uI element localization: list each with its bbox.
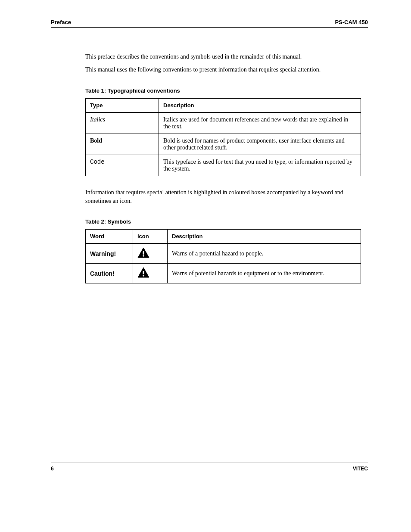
table1-r0-desc: Italics are used for document references…	[159, 112, 361, 134]
header-left: Preface	[51, 19, 71, 25]
table1-caption: Table 1: Typographical conventions	[85, 87, 359, 94]
svg-point-3	[143, 275, 144, 277]
typographical-conventions-table: Type Description Italics Italics are use…	[85, 98, 361, 176]
intro-paragraph-2: This manual uses the following conventio…	[85, 65, 359, 74]
table1-r2-desc: This typeface is used for text that you …	[159, 155, 361, 176]
table2-r0-desc: Warns of a potential hazard to people.	[168, 243, 361, 264]
footer-company: VITEC	[353, 466, 368, 472]
table-header-row: Type Description	[86, 98, 361, 112]
table2-header-icon: Icon	[133, 230, 168, 244]
intro-paragraph-3: Information that requires special attent…	[85, 188, 359, 206]
table-row: Code This typeface is used for text that…	[86, 155, 361, 176]
table2-r0-icon-cell	[133, 243, 168, 264]
svg-point-1	[143, 255, 144, 257]
italics-label: Italics	[90, 116, 105, 123]
table-row: Warning! Warns of a potential hazard to …	[86, 243, 361, 264]
table2-caption: Table 2: Symbols	[85, 218, 359, 225]
table2-header-description: Description	[168, 230, 361, 244]
code-label: Code	[90, 159, 105, 165]
table1-r2-type: Code	[86, 155, 159, 176]
table2-r1-desc: Warns of potential hazards to equipment …	[168, 264, 361, 283]
svg-rect-0	[143, 251, 144, 255]
warning-icon	[137, 247, 149, 260]
header-right: PS-CAM 450	[335, 19, 368, 25]
footer-page-number: 6	[51, 466, 54, 472]
page-footer: 6 VITEC	[51, 463, 368, 472]
table1-r1-desc: Bold is used for names of product compon…	[159, 134, 361, 155]
page-header: Preface PS-CAM 450	[51, 19, 368, 28]
warning-icon	[137, 267, 149, 280]
table1-header-description: Description	[159, 98, 361, 112]
symbols-table: Word Icon Description Warning! Wa	[85, 229, 361, 283]
table2-r1-word: Caution!	[86, 264, 133, 283]
table2-header-word: Word	[86, 230, 133, 244]
table1-header-type: Type	[86, 98, 159, 112]
table2-r1-icon-cell	[133, 264, 168, 283]
table1-r1-type: Bold	[86, 134, 159, 155]
table-row: Italics Italics are used for document re…	[86, 112, 361, 134]
svg-rect-2	[143, 271, 144, 274]
intro-paragraph-1: This preface describes the conventions a…	[85, 53, 359, 61]
page-content: This preface describes the conventions a…	[85, 53, 359, 283]
table-row: Caution! Warns of potential hazards to e…	[86, 264, 361, 283]
table1-r0-type: Italics	[86, 112, 159, 134]
table-row: Bold Bold is used for names of product c…	[86, 134, 361, 155]
bold-label: Bold	[90, 137, 102, 144]
table2-r0-word: Warning!	[86, 243, 133, 264]
table-header-row: Word Icon Description	[86, 230, 361, 244]
